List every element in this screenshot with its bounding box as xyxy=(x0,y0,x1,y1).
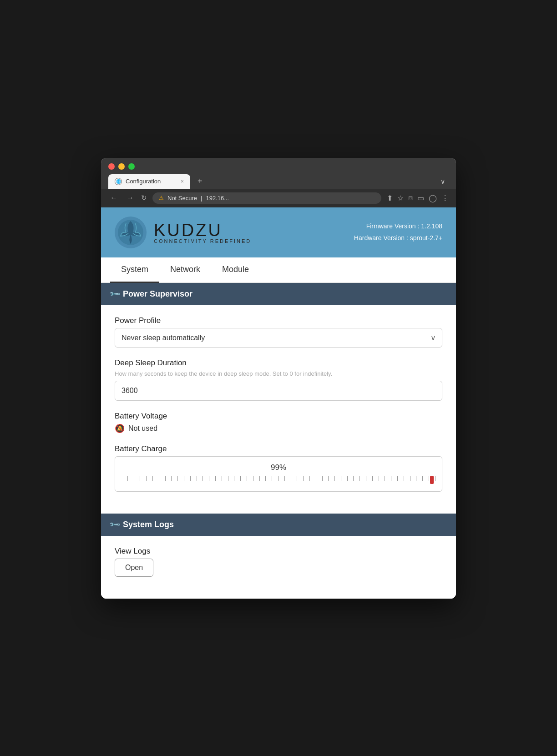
minimize-window-button[interactable] xyxy=(118,163,125,170)
system-logs-header: 🔧 System Logs xyxy=(101,514,456,536)
url-text: 192.16... xyxy=(206,195,229,202)
power-supervisor-header: 🔧 Power Supervisor xyxy=(101,283,456,305)
browser-window: 🌐 Configuration × + ∨ ← → ↻ ⚠ Not Secure… xyxy=(101,158,456,599)
address-bar: ← → ↻ ⚠ Not Secure | 192.16... ⬆ ☆ ⧈ ▭ ◯… xyxy=(101,189,456,207)
power-profile-select-wrapper: Never sleep automatically Sleep when idl… xyxy=(115,328,442,348)
power-supervisor-content: Power Profile Never sleep automatically … xyxy=(101,305,456,514)
site-header: KUDZU CONNECTIVITY REDEFINED Firmware Ve… xyxy=(101,207,456,257)
view-logs-label: View Logs xyxy=(115,547,442,556)
system-logs-content: View Logs Open xyxy=(101,536,456,599)
page-content: KUDZU CONNECTIVITY REDEFINED Firmware Ve… xyxy=(101,207,456,599)
deep-sleep-label: Deep Sleep Duration xyxy=(115,358,442,368)
browser-chrome: 🌐 Configuration × + ∨ xyxy=(101,158,456,189)
menu-icon[interactable]: ⋮ xyxy=(441,194,449,202)
power-supervisor-title: Power Supervisor xyxy=(123,289,192,299)
brand-tagline: CONNECTIVITY REDEFINED xyxy=(154,238,251,244)
security-warning-icon: ⚠ xyxy=(159,195,164,201)
slider-indicator xyxy=(430,476,434,484)
battery-charge-slider-container: 99% xyxy=(115,456,442,492)
tab-module[interactable]: Module xyxy=(211,257,260,283)
tab-network[interactable]: Network xyxy=(159,257,211,283)
logo-svg xyxy=(117,219,144,246)
close-tab-button[interactable]: × xyxy=(181,178,184,185)
version-info: Firmware Version : 1.2.108 Hardware Vers… xyxy=(354,221,442,243)
maximize-window-button[interactable] xyxy=(128,163,135,170)
lightning-icon: 🔕 xyxy=(115,423,125,433)
power-profile-select[interactable]: Never sleep automatically Sleep when idl… xyxy=(115,328,442,348)
new-tab-button[interactable]: + xyxy=(194,175,206,188)
forward-button[interactable]: → xyxy=(125,193,136,203)
battery-voltage-field: Battery Voltage 🔕 Not used xyxy=(115,412,442,433)
share-icon[interactable]: ⬆ xyxy=(387,194,393,202)
wrench-icon-2: 🔧 xyxy=(108,518,121,531)
tab-title: Configuration xyxy=(126,178,161,185)
back-button[interactable]: ← xyxy=(108,193,119,203)
system-logs-title: System Logs xyxy=(123,520,174,529)
address-actions: ⬆ ☆ ⧈ ▭ ◯ ⋮ xyxy=(387,194,449,202)
reader-icon[interactable]: ▭ xyxy=(417,194,424,202)
deep-sleep-hint: How many seconds to keep the device in d… xyxy=(115,370,442,377)
url-separator: | xyxy=(201,195,202,202)
security-label: Not Secure xyxy=(167,195,197,202)
battery-percentage: 99% xyxy=(122,463,435,472)
tab-system[interactable]: System xyxy=(110,257,159,283)
battery-charge-label: Battery Charge xyxy=(115,444,442,454)
nav-tabs: System Network Module xyxy=(101,257,456,283)
tab-overflow-button[interactable]: ∨ xyxy=(437,176,449,187)
globe-icon: 🌐 xyxy=(115,178,122,185)
power-profile-label: Power Profile xyxy=(115,316,442,325)
bookmark-icon[interactable]: ☆ xyxy=(397,194,404,202)
browser-tab[interactable]: 🌐 Configuration × xyxy=(108,174,190,189)
logo-circle xyxy=(115,217,147,248)
deep-sleep-field: Deep Sleep Duration How many seconds to … xyxy=(115,358,442,401)
firmware-version: Firmware Version : 1.2.108 xyxy=(354,221,442,232)
url-field[interactable]: ⚠ Not Secure | 192.16... xyxy=(152,192,381,204)
open-logs-button[interactable]: Open xyxy=(115,559,153,577)
extensions-icon[interactable]: ⧈ xyxy=(408,194,413,202)
traffic-lights xyxy=(108,163,449,170)
deep-sleep-input[interactable] xyxy=(115,381,442,401)
view-logs-field: View Logs Open xyxy=(115,547,442,577)
wrench-icon: 🔧 xyxy=(108,287,121,300)
tick-marks xyxy=(122,476,435,481)
battery-voltage-value: 🔕 Not used xyxy=(115,423,442,433)
logo-area: KUDZU CONNECTIVITY REDEFINED xyxy=(115,217,251,248)
battery-voltage-label: Battery Voltage xyxy=(115,412,442,421)
logo-text: KUDZU CONNECTIVITY REDEFINED xyxy=(154,221,251,244)
battery-voltage-text: Not used xyxy=(128,424,157,433)
brand-name: KUDZU xyxy=(154,221,251,240)
reload-button[interactable]: ↻ xyxy=(141,194,147,202)
hardware-version: Hardware Version : sprout-2.7+ xyxy=(354,232,442,244)
battery-charge-field: Battery Charge 99% xyxy=(115,444,442,492)
account-icon[interactable]: ◯ xyxy=(429,194,437,202)
slider-track[interactable] xyxy=(122,476,435,485)
close-window-button[interactable] xyxy=(108,163,115,170)
tab-bar: 🌐 Configuration × + ∨ xyxy=(108,174,449,189)
power-profile-field: Power Profile Never sleep automatically … xyxy=(115,316,442,348)
